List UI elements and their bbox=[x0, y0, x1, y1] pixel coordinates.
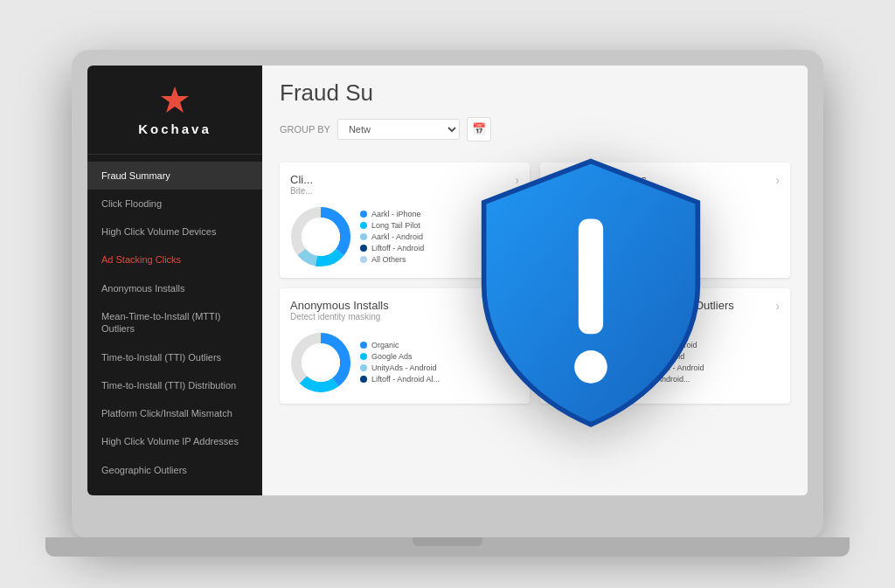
legend-dot bbox=[621, 342, 628, 349]
card-header-mtti-outliers: Mean-Time-to-Install (MTTI) Outliers Det… bbox=[551, 299, 780, 329]
donut-chart-anonymous-installs bbox=[290, 332, 351, 393]
legend-item: Organic bbox=[360, 341, 440, 349]
card-anonymous-installs: Anonymous Installs Detect identity maski… bbox=[280, 288, 530, 404]
svg-point-10 bbox=[562, 218, 600, 256]
legend-dot bbox=[621, 233, 628, 240]
legend-dot bbox=[360, 256, 367, 263]
card-subtitle-high-click-volume: ...same device bbox=[551, 186, 647, 196]
legend-dot bbox=[360, 222, 367, 229]
legend-dot bbox=[621, 376, 628, 383]
legend-high-click-volume: Aarkl - iPhone Long Tail Pilot Aarkl - A… bbox=[621, 210, 684, 264]
legend-dot bbox=[621, 222, 628, 229]
legend-item: Liftoff - Android bbox=[621, 352, 704, 361]
donut-chart-high-click-volume bbox=[551, 206, 612, 267]
card-subtitle-mtti-outliers: Detect injection of incentivized traffic bbox=[551, 312, 734, 322]
card-header-anonymous-installs: Anonymous Installs Detect identity maski… bbox=[290, 299, 519, 329]
card-subtitle-anonymous-installs: Detect identity masking bbox=[290, 312, 389, 322]
card-body-anonymous-installs: Organic Google Ads UnityAds - Android bbox=[290, 332, 519, 393]
legend-item: Aarkl - Android bbox=[621, 232, 684, 241]
card-high-click-volume: ck Volume Devices ...same device › bbox=[540, 163, 790, 278]
legend-dot bbox=[621, 364, 628, 371]
legend-dot bbox=[621, 245, 628, 252]
sidebar-item-geographic-outliers[interactable]: Geographic Outliers bbox=[87, 456, 262, 484]
legend-dot bbox=[360, 364, 367, 371]
card-arrow-high-click-volume[interactable]: › bbox=[775, 173, 780, 187]
laptop-base bbox=[45, 537, 850, 557]
sidebar-item-high-click-ip[interactable]: High Click Volume IP Addresses bbox=[87, 427, 262, 455]
sidebar-item-high-click-volume[interactable]: High Click Volume Devices bbox=[87, 218, 262, 246]
kochava-star-icon bbox=[157, 83, 192, 118]
card-title-anonymous-installs: Anonymous Installs bbox=[290, 299, 389, 312]
sidebar-item-click-flooding[interactable]: Click Flooding bbox=[87, 190, 262, 218]
laptop-screen: Kochava Fraud Summary Click Flooding Hig… bbox=[87, 66, 808, 495]
donut-chart-click-flooding bbox=[290, 206, 351, 267]
group-by-select[interactable]: Netw Network Campaign bbox=[337, 119, 460, 140]
legend-mtti-outliers: UnityAds - Android Liftoff - Android Iro… bbox=[621, 341, 704, 384]
legend-dot bbox=[360, 376, 367, 383]
laptop-frame: Kochava Fraud Summary Click Flooding Hig… bbox=[72, 50, 823, 539]
filter-row: GROUP BY Netw Network Campaign 📅 bbox=[280, 117, 790, 142]
legend-item: UnityAds - Android bbox=[360, 363, 440, 372]
filter-label: GROUP BY bbox=[280, 124, 330, 135]
legend-item: Aarkl - iPhone bbox=[621, 210, 684, 218]
legend-item: IronSource - Android bbox=[621, 363, 704, 372]
card-title-click-flooding: Cli... bbox=[290, 173, 313, 186]
sidebar-item-ad-stacking[interactable]: Ad Stacking Clicks bbox=[87, 246, 262, 273]
legend-item: Google Ads bbox=[360, 352, 440, 361]
legend-dot bbox=[621, 211, 628, 218]
legend-item: All Others bbox=[621, 255, 684, 264]
card-arrow-click-flooding[interactable]: › bbox=[515, 173, 519, 187]
legend-item: Long Tail Pilot bbox=[621, 221, 684, 230]
svg-marker-0 bbox=[161, 86, 189, 113]
card-title-mtti-outliers: Mean-Time-to-Install (MTTI) Outliers bbox=[551, 299, 734, 312]
legend-item: UnityAds - Android bbox=[621, 341, 704, 349]
sidebar-item-tti-outliers[interactable]: Time-to-Install (TTI) Outliers bbox=[87, 343, 262, 371]
legend-item: Long Tail Pilot bbox=[360, 221, 424, 230]
legend-item: Liftoff - Android bbox=[360, 244, 424, 252]
legend-dot bbox=[621, 353, 628, 360]
card-body-high-click-volume: Aarkl - iPhone Long Tail Pilot Aarkl - A… bbox=[551, 206, 780, 267]
svg-point-5 bbox=[302, 218, 340, 256]
logo-text: Kochava bbox=[138, 121, 212, 136]
legend-dot bbox=[360, 245, 367, 252]
card-subtitle-click-flooding: Bite... bbox=[290, 186, 313, 196]
calendar-button[interactable]: 📅 bbox=[467, 117, 491, 142]
card-title-high-click-volume: ck Volume Devices bbox=[551, 173, 647, 186]
card-arrow-mtti-outliers[interactable]: › bbox=[775, 299, 780, 313]
sidebar-logo: Kochava bbox=[87, 66, 262, 155]
legend-item: Aarkl - iPhone bbox=[360, 210, 424, 218]
legend-dot bbox=[360, 353, 367, 360]
legend-click-flooding: Aarkl - iPhone Long Tail Pilot Aarkl - A… bbox=[360, 210, 424, 264]
main-content: Fraud Su GROUP BY Netw Network Campaign … bbox=[262, 66, 808, 495]
legend-item: Liftoff - Android Al... bbox=[360, 375, 440, 384]
svg-point-14 bbox=[302, 343, 340, 382]
legend-item: Liftoff - Android bbox=[621, 244, 684, 252]
sidebar-navigation: Fraud Summary Click Flooding High Click … bbox=[87, 162, 262, 485]
sidebar: Kochava Fraud Summary Click Flooding Hig… bbox=[87, 66, 262, 495]
cards-grid: Cli... Bite... › bbox=[262, 163, 808, 421]
donut-chart-mtti-outliers bbox=[551, 332, 612, 393]
card-body-mtti-outliers: UnityAds - Android Liftoff - Android Iro… bbox=[551, 332, 780, 393]
sidebar-item-platform-click[interactable]: Platform Click/Install Mismatch bbox=[87, 399, 262, 427]
calendar-icon: 📅 bbox=[472, 122, 486, 135]
sidebar-item-tti-distribution[interactable]: Time-to-Install (TTI) Distribution bbox=[87, 371, 262, 399]
legend-item: All Others bbox=[360, 255, 424, 264]
legend-item: Aarkl - Android... bbox=[621, 375, 704, 384]
card-click-flooding: Cli... Bite... › bbox=[280, 163, 530, 278]
legend-dot bbox=[360, 233, 367, 240]
sidebar-item-fraud-summary[interactable]: Fraud Summary bbox=[87, 162, 262, 190]
main-header: Fraud Su GROUP BY Netw Network Campaign … bbox=[262, 66, 808, 163]
card-body-click-flooding: Aarkl - iPhone Long Tail Pilot Aarkl - A… bbox=[290, 206, 519, 267]
card-header-click-flooding: Cli... Bite... › bbox=[290, 173, 519, 203]
card-mtti-outliers: Mean-Time-to-Install (MTTI) Outliers Det… bbox=[540, 288, 790, 404]
sidebar-item-anonymous-installs[interactable]: Anonymous Installs bbox=[87, 274, 262, 302]
page-title: Fraud Su bbox=[280, 80, 790, 107]
legend-item: Aarkl - Android bbox=[360, 232, 424, 241]
svg-point-18 bbox=[562, 343, 600, 382]
sidebar-item-mtti-outliers[interactable]: Mean-Time-to-Install (MTTI) Outliers bbox=[87, 302, 262, 343]
card-header-high-click-volume: ck Volume Devices ...same device › bbox=[551, 173, 780, 203]
legend-dot bbox=[621, 256, 628, 263]
legend-anonymous-installs: Organic Google Ads UnityAds - Android bbox=[360, 341, 440, 384]
legend-dot bbox=[360, 342, 367, 349]
legend-dot bbox=[360, 211, 367, 218]
